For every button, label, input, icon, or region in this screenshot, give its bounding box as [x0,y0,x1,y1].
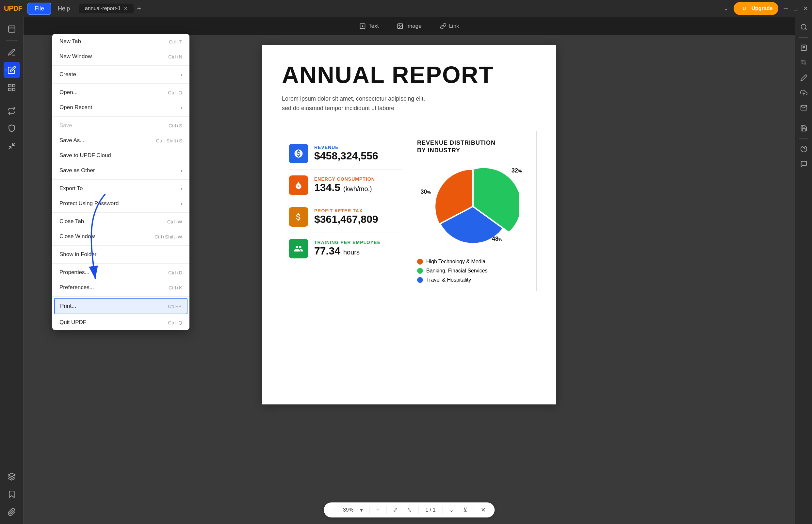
zoom-out-button[interactable]: − [330,505,339,515]
zoom-value: 39% [343,507,353,513]
fit-width-button[interactable]: ⤡ [404,505,414,515]
rs-upload-icon[interactable] [798,86,810,99]
upgrade-button[interactable]: U Upgrade [734,2,778,15]
rs-save-icon[interactable] [798,122,810,135]
menu-arrow-export-to: › [181,186,182,191]
sidebar-icon-edit[interactable] [4,62,20,78]
menu-label-save-as: Save As... [60,137,85,144]
pie-label-32: 32% [512,167,522,174]
minimize-button[interactable]: ─ [783,5,788,12]
rs-search-icon[interactable] [798,21,810,33]
menu-shortcut-save-as: Ctrl+Shift+S [156,138,182,143]
menu-shortcut-quit: Ctrl+Q [168,320,182,325]
tab-close-button[interactable]: ✕ [124,6,128,11]
tab-label: annual-report-1 [85,5,120,12]
menu-item-show-folder[interactable]: Show in Folder [52,247,189,262]
close-button[interactable]: ✕ [803,5,808,12]
chart-legend: High Technology & Media Banking, Finacia… [417,259,529,283]
toolbar-link-button[interactable]: Link [436,21,463,31]
menu-item-export-to[interactable]: Export To › [52,181,189,196]
menu-item-open[interactable]: Open... Ctrl+O [52,85,189,100]
stats-left: REVENUE $458,324,556 ENERGY CONSUMPTION [282,131,409,291]
revenue-label: REVENUE [314,145,378,150]
menu-divider-8 [52,296,189,297]
file-dropdown-menu: New Tab Ctrl+T New Window Ctrl+N Create … [52,34,189,330]
pdf-title: ANNUAL REPORT [282,61,537,88]
user-avatar: U [740,4,749,13]
menu-item-new-tab[interactable]: New Tab Ctrl+T [52,34,189,49]
energy-icon [289,176,308,195]
help-menu-button[interactable]: Help [51,3,77,14]
sidebar-icon-bookmark[interactable] [4,486,20,503]
legend-dot-travel [417,277,423,283]
sidebar-icon-convert[interactable] [4,102,20,119]
last-page-button[interactable]: ⊻ [461,505,470,515]
profit-value: $361,467,809 [314,213,378,225]
tabs-dropdown-arrow[interactable]: ⌄ [724,5,728,12]
toolbar-image-button[interactable]: Image [393,21,425,31]
training-info: TRAINING PER EMPLOYEE 77.34 hours [314,240,381,257]
stat-training: TRAINING PER EMPLOYEE 77.34 hours [289,233,402,264]
next-page-button[interactable]: ⌄ [447,505,457,515]
menu-item-close-window[interactable]: Close Window Ctrl+Shift+W [52,229,189,244]
maximize-button[interactable]: □ [794,5,797,12]
rs-ai-icon[interactable] [798,143,810,155]
menu-shortcut-close-window: Ctrl+Shift+W [154,234,182,240]
menu-shortcut-properties: Ctrl+D [168,270,182,275]
stat-energy: ENERGY CONSUMPTION 134.5 (kwh/mo.) [289,169,402,201]
legend-item-tech: High Technology & Media [417,259,529,265]
pie-chart-svg [427,161,519,252]
sidebar-icon-protect[interactable] [4,120,20,136]
link-icon [440,23,447,29]
sidebar-icon-layers[interactable] [4,469,20,485]
rs-mail-icon[interactable] [798,102,810,114]
menu-item-quit[interactable]: Quit UPDF Ctrl+Q [52,315,189,330]
menu-item-new-window[interactable]: New Window Ctrl+N [52,49,189,64]
sidebar-icon-compress[interactable] [4,138,20,154]
revenue-info: REVENUE $458,324,556 [314,145,378,162]
svg-point-17 [801,24,806,29]
stat-revenue: REVENUE $458,324,556 [289,138,402,169]
tab-annual-report[interactable]: annual-report-1 ✕ [79,4,134,13]
file-menu-button[interactable]: File [28,3,51,15]
svg-marker-8 [8,473,15,477]
energy-label: ENERGY CONSUMPTION [314,176,375,182]
menu-item-print[interactable]: Print... Ctrl+P [54,298,187,314]
menu-divider-2 [52,83,189,84]
menu-item-create[interactable]: Create › [52,67,189,82]
svg-line-7 [12,143,15,145]
sidebar-icon-annotate[interactable] [4,44,20,61]
menu-item-save-other[interactable]: Save as Other › [52,163,189,178]
menu-item-preferences[interactable]: Preferences... Ctrl+K [52,280,189,295]
rs-sign-icon[interactable] [798,71,810,84]
menu-item-save-cloud[interactable]: Save to UPDF Cloud [52,148,189,163]
menu-item-close-tab[interactable]: Close Tab Ctrl+W [52,214,189,229]
new-tab-button[interactable]: + [137,4,141,13]
fit-page-button[interactable]: ⤢ [390,505,400,515]
profit-info: PROFIT AFTER TAX $361,467,809 [314,208,378,225]
menu-item-save[interactable]: Save Ctrl+S [52,118,189,133]
menu-item-protect-password[interactable]: Protect Using Password › [52,196,189,211]
menu-item-open-recent[interactable]: Open Recent › [52,100,189,115]
stat-profit: PROFIT AFTER TAX $361,467,809 [289,201,402,233]
zoom-in-button[interactable]: + [374,505,382,515]
rs-chat-icon[interactable] [798,158,810,170]
sidebar-icon-attach[interactable] [4,504,20,520]
training-value: 77.34 hours [314,245,381,257]
rs-ocr-icon[interactable] [798,42,810,54]
sidebar-icon-reader[interactable] [4,21,20,37]
svg-rect-3 [12,84,15,87]
zoom-dropdown-button[interactable]: ▾ [357,505,365,515]
menu-divider-1 [52,65,189,66]
menu-item-save-as[interactable]: Save As... Ctrl+Shift+S [52,133,189,148]
menu-item-properties[interactable]: Properties... Ctrl+D [52,265,189,280]
close-toolbar-button[interactable]: ✕ [478,505,488,515]
toolbar-text-button[interactable]: Text [355,21,382,31]
rs-crop-icon[interactable] [798,56,810,69]
sidebar-icon-organize[interactable] [4,79,20,96]
menu-label-export-to: Export To [60,185,83,192]
menu-shortcut-print: Ctrl+P [168,304,182,309]
sidebar-divider-3 [6,465,18,465]
menu-label-save-cloud: Save to UPDF Cloud [60,152,111,159]
toolbar-text-label: Text [368,23,379,29]
